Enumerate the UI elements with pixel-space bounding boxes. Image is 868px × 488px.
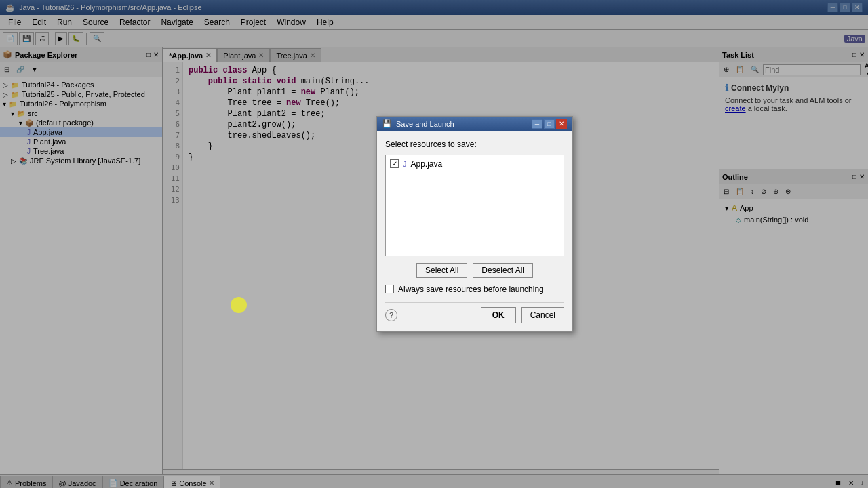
dialog-select-buttons: Select All Deselect All <box>385 263 564 278</box>
always-save-checkbox[interactable] <box>385 285 394 293</box>
save-and-launch-dialog: 💾 Save and Launch ─ □ ✕ Select resources… <box>376 116 573 332</box>
ok-button[interactable]: OK <box>481 307 516 323</box>
dialog-save-icon: 💾 <box>382 119 392 128</box>
resource-name: App.java <box>411 159 443 169</box>
dialog-title: Save and Launch <box>396 120 454 128</box>
always-save-row: Always save resources before launching <box>385 285 564 294</box>
dialog-title-area: 💾 Save and Launch <box>382 119 454 128</box>
dialog-resource-list: ✓ J App.java <box>385 155 564 256</box>
modal-overlay: 💾 Save and Launch ─ □ ✕ Select resources… <box>0 0 868 488</box>
always-save-label: Always save resources before launching <box>398 285 544 294</box>
cancel-button[interactable]: Cancel <box>521 307 564 323</box>
dialog-select-label: Select resources to save: <box>385 140 564 149</box>
dialog-minimize-btn[interactable]: ─ <box>532 119 542 129</box>
dialog-titlebar: 💾 Save and Launch ─ □ ✕ <box>377 117 572 131</box>
dialog-close-btn[interactable]: ✕ <box>556 119 567 129</box>
deselect-all-button[interactable]: Deselect All <box>473 263 533 278</box>
dialog-content: Select resources to save: ✓ J App.java S… <box>377 131 572 331</box>
help-icon[interactable]: ? <box>385 309 397 321</box>
select-all-button[interactable]: Select All <box>416 263 467 278</box>
java-file-icon: J <box>403 160 407 168</box>
dialog-footer-buttons: OK Cancel <box>481 307 564 323</box>
dialog-title-controls[interactable]: ─ □ ✕ <box>532 119 567 129</box>
dialog-footer: ? OK Cancel <box>385 302 564 323</box>
dialog-restore-btn[interactable]: □ <box>544 119 555 129</box>
resource-checkbox[interactable]: ✓ <box>390 159 399 168</box>
dialog-list-item-app[interactable]: ✓ J App.java <box>389 158 561 170</box>
